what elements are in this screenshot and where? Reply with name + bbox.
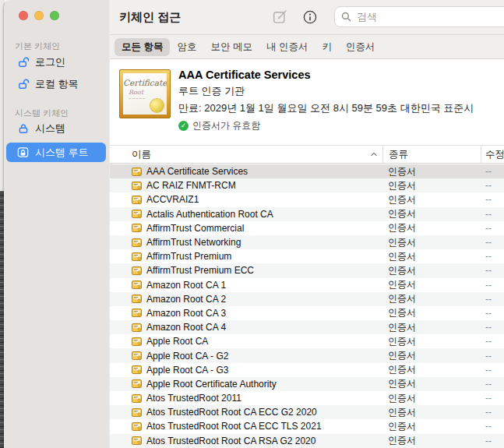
keychain-access-window: 기본 키체인로그인로컬 항목시스템 키체인시스템시스템 루트 키체인 접근 bbox=[4, 0, 504, 448]
sidebar-item-label: 로컬 항목 bbox=[35, 77, 79, 91]
table-row[interactable]: AAA Certificate Services인증서-- bbox=[110, 164, 504, 178]
cell-modified: -- bbox=[481, 322, 504, 333]
sidebar-item-label: 시스템 루트 bbox=[35, 146, 89, 160]
cell-name: AAA Certificate Services bbox=[146, 166, 382, 177]
cell-name: Amazon Root CA 2 bbox=[146, 294, 382, 305]
certificate-seal-icon bbox=[150, 99, 164, 112]
cell-kind: 인증서 bbox=[382, 392, 481, 405]
table-row[interactable]: Amazon Root CA 4인증서-- bbox=[110, 320, 504, 334]
table-row[interactable]: AffirmTrust Premium인증서-- bbox=[110, 249, 504, 263]
table-row[interactable]: Apple Root CA - G2인증서-- bbox=[110, 348, 504, 362]
tab-keys[interactable]: 키 bbox=[322, 41, 332, 54]
cell-modified: -- bbox=[481, 336, 504, 347]
certificate-mini-icon bbox=[132, 224, 142, 232]
certificate-expiry: 만료: 2029년 1월 1일 월요일 오전 8시 59분 59초 대한민국 표… bbox=[178, 101, 474, 115]
column-header-modified[interactable]: 수정일 bbox=[481, 146, 504, 163]
cell-kind: 인증서 bbox=[382, 193, 481, 206]
table-row[interactable]: AffirmTrust Commercial인증서-- bbox=[110, 221, 504, 235]
tab-all-items[interactable]: 모든 항목 bbox=[115, 38, 170, 56]
cell-modified: -- bbox=[481, 365, 504, 376]
cell-name: Apple Root CA bbox=[146, 336, 382, 347]
certificate-mini-icon bbox=[132, 252, 142, 261]
cell-kind: 인증서 bbox=[382, 264, 481, 277]
certificate-mini-icon bbox=[132, 238, 142, 247]
sidebar-item-login[interactable]: 로그인 bbox=[6, 51, 106, 73]
cell-kind: 인증서 bbox=[382, 363, 481, 376]
certificate-mini-icon bbox=[132, 408, 142, 417]
cell-kind: 인증서 bbox=[382, 179, 481, 192]
cell-name: Actalis Authentication Root CA bbox=[146, 209, 382, 220]
table-row[interactable]: Actalis Authentication Root CA인증서-- bbox=[110, 207, 504, 221]
cell-name: Atos TrustedRoot Root CA RSA G2 2020 bbox=[146, 436, 382, 446]
system-roots-icon bbox=[17, 146, 29, 158]
cell-kind: 인증서 bbox=[382, 406, 481, 419]
table-row[interactable]: Apple Root CA - G3인증서-- bbox=[110, 363, 504, 377]
cell-modified: -- bbox=[481, 251, 504, 262]
certificate-mini-icon bbox=[132, 309, 142, 317]
table-row[interactable]: AffirmTrust Networking인증서-- bbox=[110, 235, 504, 249]
sort-ascending-icon bbox=[370, 152, 378, 157]
info-icon bbox=[302, 16, 318, 27]
cell-name: AffirmTrust Commercial bbox=[146, 223, 382, 234]
sidebar: 기본 키체인로그인로컬 항목시스템 키체인시스템시스템 루트 bbox=[4, 0, 109, 448]
table-row[interactable]: Apple Root Certificate Authority인증서-- bbox=[110, 377, 504, 391]
table-row[interactable]: Amazon Root CA 2인증서-- bbox=[110, 292, 504, 306]
cell-kind: 인증서 bbox=[382, 278, 481, 291]
table-row[interactable]: Amazon Root CA 3인증서-- bbox=[110, 306, 504, 320]
certificate-name: AAA Certificate Services bbox=[178, 69, 474, 81]
cell-name: Atos TrustedRoot 2011 bbox=[146, 393, 382, 404]
cell-name: AffirmTrust Premium bbox=[146, 251, 382, 262]
cell-kind: 인증서 bbox=[382, 434, 481, 447]
tab-certificates[interactable]: 인증서 bbox=[346, 41, 375, 54]
sidebar-section-header: 기본 키체인 bbox=[4, 41, 109, 51]
sidebar-item-local-items[interactable]: 로컬 항목 bbox=[6, 73, 106, 95]
sidebar-item-system-roots[interactable]: 시스템 루트 bbox=[6, 143, 106, 162]
cell-modified: -- bbox=[481, 407, 504, 418]
cell-modified: -- bbox=[481, 223, 504, 234]
tab-secure-notes[interactable]: 보안 메모 bbox=[210, 41, 252, 54]
table-header: 이름 종류 수정일 bbox=[110, 145, 504, 164]
tab-my-certificates[interactable]: 내 인증서 bbox=[266, 41, 308, 54]
search-input[interactable] bbox=[355, 10, 475, 23]
certificate-mini-icon bbox=[132, 323, 142, 332]
certificate-status: 인증서가 유효함 bbox=[192, 119, 260, 132]
info-button[interactable] bbox=[302, 9, 318, 25]
tab-passwords[interactable]: 암호 bbox=[177, 41, 196, 54]
cell-kind: 인증서 bbox=[382, 349, 481, 362]
cell-kind: 인증서 bbox=[382, 221, 481, 235]
certificate-detail: Certificate Root ~~~~~ AAA Certificate S… bbox=[110, 60, 504, 145]
sidebar-item-label: 로그인 bbox=[35, 55, 65, 69]
cell-name: AC RAIZ FNMT-RCM bbox=[146, 180, 382, 191]
certificate-image: Certificate Root ~~~~~ bbox=[119, 69, 171, 118]
table-row[interactable]: Atos TrustedRoot Root CA RSA G2 2020인증서-… bbox=[110, 434, 504, 448]
cell-kind: 인증서 bbox=[382, 306, 481, 319]
table-row[interactable]: AC RAIZ FNMT-RCM인증서-- bbox=[110, 178, 504, 192]
compose-button[interactable] bbox=[273, 9, 287, 24]
certificate-mini-icon bbox=[132, 422, 142, 431]
cell-modified: -- bbox=[481, 421, 504, 432]
window-title: 키체인 접근 bbox=[119, 10, 181, 25]
cell-modified: -- bbox=[481, 194, 504, 205]
column-header-name[interactable]: 이름 bbox=[110, 146, 382, 163]
table-row[interactable]: Atos TrustedRoot Root CA ECC TLS 2021인증서… bbox=[110, 419, 504, 433]
column-header-kind[interactable]: 종류 bbox=[382, 146, 481, 163]
lock-open-icon bbox=[17, 79, 29, 90]
search-field[interactable] bbox=[334, 6, 504, 27]
certificate-mini-icon bbox=[132, 351, 142, 360]
tab-bar: 모든 항목암호보안 메모내 인증서키인증서 bbox=[110, 34, 504, 59]
cell-kind: 인증서 bbox=[382, 420, 481, 433]
table-row[interactable]: AffirmTrust Premium ECC인증서-- bbox=[110, 263, 504, 277]
cell-modified: -- bbox=[481, 209, 504, 220]
certificate-mini-icon bbox=[132, 266, 142, 275]
table-row[interactable]: Amazon Root CA 1인증서-- bbox=[110, 278, 504, 292]
cell-modified: -- bbox=[481, 180, 504, 191]
certificate-image-root: Root bbox=[129, 89, 167, 96]
main-content: 키체인 접근 bbox=[109, 0, 504, 448]
table-row[interactable]: Atos TrustedRoot 2011인증서-- bbox=[110, 391, 504, 405]
cell-kind: 인증서 bbox=[382, 377, 481, 390]
table-row[interactable]: Apple Root CA인증서-- bbox=[110, 334, 504, 348]
sidebar-item-system[interactable]: 시스템 bbox=[6, 118, 106, 139]
table-row[interactable]: ACCVRAIZ1인증서-- bbox=[110, 192, 504, 206]
compose-icon bbox=[273, 15, 287, 26]
table-row[interactable]: Atos TrustedRoot Root CA ECC G2 2020인증서-… bbox=[110, 405, 504, 419]
